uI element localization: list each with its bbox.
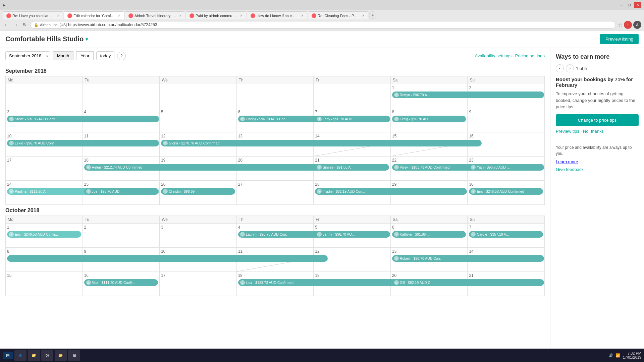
taskbar-folder-btn[interactable]: 📁 — [28, 350, 40, 361]
booking-avatar-paulina: P — [9, 189, 14, 194]
booking-robyn[interactable]: R Robyn - $96.70 A... — [392, 92, 544, 98]
booking-yian[interactable]: Y Yian - $96.70 AUD ... — [469, 164, 543, 171]
tab-4[interactable]: Paid by airbnb community to ar... ✕ — [186, 11, 246, 19]
booking-eric-oct[interactable]: E Eric - $246.58 AUD Confir... — [7, 231, 81, 238]
tab-5[interactable]: How do I know if an email is real... ✕ — [247, 11, 307, 19]
tab-close-1[interactable]: ✕ — [57, 14, 59, 17]
booking-eric-sept[interactable]: E Eric - $246.58 AUD Confirmed — [469, 188, 543, 195]
month-select[interactable]: September 2018 — [5, 51, 50, 60]
oct-day-1: 1 — [7, 225, 81, 230]
taskbar: ⊞ e 📁 ⊙ 📂 🖥 🔊 📶 7:32 PM 17/01/2019 — [0, 349, 644, 362]
dropdown-icon[interactable]: ▾ — [86, 37, 88, 42]
oct-row-3: 15 16 M Max - $111.20 AUD Confir... 17 1… — [6, 272, 545, 296]
pricing-settings-link[interactable]: Pricing settings — [515, 53, 545, 58]
tab-2[interactable]: Edit calendar for 'Comfortable H... ✕ — [64, 11, 124, 19]
tab-close-5[interactable]: ✕ — [301, 14, 304, 17]
booking-text-paulina: Paulina - $111.20 A... — [15, 189, 48, 193]
booking-tony[interactable]: T Tony - $96.70 AUD — [315, 116, 389, 122]
star-btn[interactable]: ☆ — [618, 22, 623, 28]
taskbar-files-btn[interactable]: 📂 — [55, 350, 67, 361]
booking-max[interactable]: M Max - $111.20 AUD Confir... — [84, 279, 158, 286]
close-btn[interactable]: ✕ — [634, 2, 641, 8]
booking-jenny[interactable]: J Jenny - $96.70 AU... — [315, 231, 389, 238]
tab-close-2[interactable]: ✕ — [118, 14, 120, 17]
day-header-fr: Fr — [314, 76, 391, 84]
oct-day-13: 13 — [392, 249, 466, 254]
preview-tips-link[interactable]: Preview tips — [556, 129, 579, 134]
sidebar-desc: To improve your chances of getting booke… — [556, 90, 639, 110]
sept-day-4: 4 — [84, 110, 158, 114]
booking-avatar-lisa: L — [240, 280, 245, 285]
tab-label-1: Re: Have you calculated your ho... — [12, 14, 54, 18]
booking-craig[interactable]: C Craig - $96.70 AU... — [392, 116, 466, 122]
availability-settings-link[interactable]: Availability settings — [475, 53, 512, 58]
address-box[interactable]: 🔒 Airbnb, Inc. [US] https://www.airbnb.c… — [30, 21, 616, 28]
year-view-btn[interactable]: Year — [76, 51, 94, 60]
start-btn[interactable]: ⊞ — [3, 352, 13, 359]
next-page-btn[interactable]: › — [566, 64, 574, 72]
booking-lexie[interactable]: L Lexie - $96.70 AUD Confi. — [7, 140, 159, 146]
day-header-su: Su — [468, 76, 545, 84]
booking-robert[interactable]: R Robert - $96.70 AUD Con. — [392, 255, 544, 262]
booking-trudie[interactable]: T Trudie - $82.19 AUD Con... — [315, 188, 467, 195]
sidebar-links: Preview tips · No, thanks — [556, 129, 639, 134]
change-tips-btn[interactable]: Change to price tips — [556, 114, 639, 126]
tab-6[interactable]: Re: Cleaning Fees - Page 7 - Air... ✕ — [308, 11, 368, 19]
month-view-btn[interactable]: Month — [53, 51, 73, 60]
tab-close-6[interactable]: ✕ — [362, 14, 365, 17]
controls-left: September 2018 ▾ Month Year today ? — [5, 51, 126, 60]
sept-cell-3: 3 S Steve - $91.86 AUD Confi. — [6, 108, 83, 132]
tab-close-3[interactable]: ✕ — [179, 14, 181, 17]
taskbar-ie-btn[interactable]: e — [14, 350, 26, 361]
new-tab-btn[interactable]: + — [369, 11, 376, 19]
booking-blank-oct[interactable] — [7, 255, 328, 262]
booking-text-helen: Helen - $212.74 AUD Confirmed — [92, 165, 143, 169]
oct-cell-5: 5 J Jenny - $96.70 AU... — [314, 224, 391, 248]
sept-day-14: 14 — [315, 134, 389, 138]
booking-helen[interactable]: H Helen - $212.74 AUD Confirmed — [84, 164, 328, 171]
today-btn[interactable]: today — [96, 51, 114, 60]
booking-joe[interactable]: J Joe - $96.70 AUD ... — [84, 188, 158, 195]
booking-avatar-lexie: L — [9, 141, 14, 145]
sept-day-28: 28 — [315, 182, 389, 187]
booking-carole[interactable]: C Carole - $357.19 A... — [469, 231, 543, 238]
no-thanks-link[interactable]: No, thanks — [583, 129, 604, 134]
tab-3[interactable]: Airbnb Travel Itinerary, Confirma... ✕ — [125, 11, 185, 19]
booking-gill[interactable]: G Gill - $82.19 AUD C. — [392, 279, 544, 286]
booking-text-sinyee: Sinyee - $91.86 A... — [323, 165, 354, 169]
learn-more-link[interactable]: Learn more — [556, 159, 639, 164]
booking-kathryn[interactable]: K Kathryn - $91.86 ... — [392, 231, 466, 238]
taskbar-chrome-btn[interactable]: ⊙ — [41, 350, 53, 361]
give-feedback-link[interactable]: Give feedback — [556, 167, 584, 172]
booking-steve[interactable]: S Steve - $91.86 AUD Confi. — [7, 116, 159, 122]
sept-day-8: 8 — [392, 110, 466, 114]
files-icon: 📂 — [58, 353, 63, 358]
oct-day-10: 10 — [161, 249, 235, 254]
oct-day-8: 8 — [7, 249, 81, 254]
booking-sinyee[interactable]: S Sinyee - $91.86 A... — [315, 164, 389, 171]
booking-avatar-craig: C — [394, 117, 399, 121]
prev-page-btn[interactable]: ‹ — [556, 64, 564, 72]
lock-icon: 🔒 — [34, 23, 39, 27]
booking-gloria[interactable]: G Gloria - $270.76 AUD Confirmed — [161, 140, 482, 146]
tab-favicon-4 — [190, 13, 194, 18]
refresh-btn[interactable]: ↻ — [21, 21, 28, 28]
oct-day-4: 4 — [238, 225, 312, 230]
back-btn[interactable]: ← — [3, 21, 10, 28]
tab-1[interactable]: Re: Have you calculated your ho... ✕ — [3, 11, 63, 19]
booking-text-craig: Craig - $96.70 AU... — [400, 117, 431, 121]
booking-christin[interactable]: C Christin - $96.69 ... — [161, 188, 235, 195]
user-icon: A — [633, 21, 641, 29]
preview-listing-btn[interactable]: Preview listing — [600, 34, 639, 44]
tray-icons: 🔊 📶 — [609, 353, 620, 358]
forward-btn[interactable]: → — [12, 21, 19, 28]
day-header-we: We — [160, 76, 237, 84]
booking-text-robyn: Robyn - $96.70 A... — [400, 93, 430, 97]
maximize-btn[interactable]: □ — [626, 2, 633, 8]
help-btn[interactable]: ? — [117, 52, 126, 60]
minimize-btn[interactable]: ─ — [618, 2, 625, 8]
taskbar-extra-btn[interactable]: 🖥 — [68, 350, 80, 361]
booking-avatar-carole: C — [471, 232, 476, 237]
sept-day-11: 11 — [84, 134, 158, 138]
tab-close-4[interactable]: ✕ — [240, 14, 243, 17]
